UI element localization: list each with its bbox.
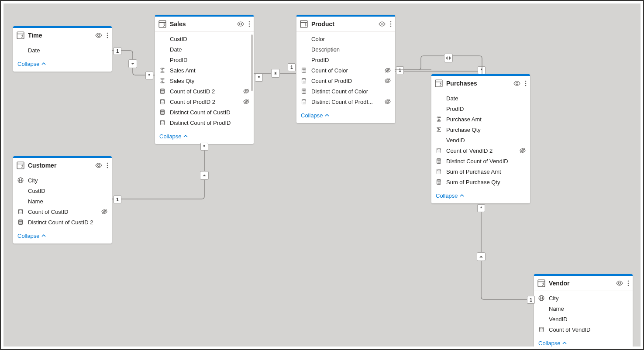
scrollbar[interactable] xyxy=(251,34,253,91)
collapse-button[interactable]: Collapse xyxy=(13,57,112,72)
filter-direction-icon[interactable] xyxy=(271,69,280,78)
field-row[interactable]: Name xyxy=(13,196,112,206)
field-row[interactable]: Count of VendID xyxy=(534,324,633,335)
field-row[interactable]: Date xyxy=(155,44,254,55)
eye-icon[interactable] xyxy=(95,32,102,39)
collapse-button[interactable]: Collapse xyxy=(155,130,254,144)
svg-point-15 xyxy=(162,91,162,92)
diagram-frame: Time Date Collapse xyxy=(0,0,644,350)
table-body: Date xyxy=(13,43,112,57)
field-row[interactable]: Distinct Count of CustID 2 xyxy=(13,217,112,227)
field-row[interactable]: Color xyxy=(296,34,395,44)
collapse-button[interactable]: Collapse xyxy=(13,229,112,244)
svg-point-141 xyxy=(438,162,439,163)
eye-icon[interactable] xyxy=(379,21,386,27)
table-vendor[interactable]: Vendor City Name VendID Count of VendID … xyxy=(534,274,633,347)
field-row[interactable]: Sum of Purchase Amt xyxy=(431,166,530,177)
more-icon[interactable] xyxy=(248,21,250,27)
field-row[interactable]: ProdID xyxy=(155,55,254,65)
collapse-button[interactable]: Collapse xyxy=(296,109,395,123)
field-row[interactable]: ProdID xyxy=(296,55,395,65)
collapse-button[interactable]: Collapse xyxy=(534,336,633,347)
field-row[interactable]: CustID xyxy=(155,34,254,44)
svg-point-157 xyxy=(438,183,439,184)
field-row[interactable]: Description xyxy=(296,44,395,55)
hidden-icon xyxy=(243,88,249,94)
svg-rect-112 xyxy=(19,220,22,222)
field-row[interactable]: Distinct Count of Color xyxy=(296,86,395,96)
field-row[interactable]: Name xyxy=(534,303,633,314)
table-icon xyxy=(17,161,24,169)
svg-point-36 xyxy=(163,112,163,113)
field-row[interactable]: ProdID xyxy=(431,103,530,114)
svg-point-175 xyxy=(542,331,542,331)
svg-rect-83 xyxy=(303,100,305,101)
table-purchases[interactable]: Purchases Date ProdID Purchase Amt Purch… xyxy=(431,74,530,203)
table-product[interactable]: Product Color Description ProdID Count o… xyxy=(296,15,395,123)
field-label: Date xyxy=(28,47,107,54)
field-row[interactable]: VendID xyxy=(431,135,530,145)
table-time[interactable]: Time Date Collapse xyxy=(13,26,112,72)
more-icon[interactable] xyxy=(107,162,108,169)
svg-point-155 xyxy=(439,182,440,182)
table-customer[interactable]: Customer City CustID Name Count of CustI… xyxy=(13,156,112,244)
field-label: Sales Qty xyxy=(170,78,249,84)
calculator-icon xyxy=(159,120,165,126)
table-header: Product xyxy=(296,17,395,32)
field-row[interactable]: Purchase Amt xyxy=(431,114,530,124)
table-sales[interactable]: Sales CustID Date ProdID Sales Amt Sales… xyxy=(155,15,254,144)
field-row[interactable]: Sum of Purchase Qty xyxy=(431,177,530,187)
more-icon[interactable] xyxy=(107,32,108,39)
hidden-icon xyxy=(385,78,391,84)
field-row[interactable]: City xyxy=(534,293,633,303)
svg-point-124 xyxy=(525,85,527,86)
filter-bidirectional-icon[interactable] xyxy=(444,54,453,62)
field-row[interactable]: Sales Qty xyxy=(155,75,254,86)
more-icon[interactable] xyxy=(627,280,629,287)
field-label: Sum of Purchase Amt xyxy=(446,168,526,175)
field-row[interactable]: Count of Color xyxy=(296,65,395,75)
eye-icon[interactable] xyxy=(513,80,520,87)
diagram-canvas[interactable]: Time Date Collapse xyxy=(3,3,641,347)
field-label: Distinct Count of VendID xyxy=(446,158,526,165)
field-row[interactable]: Count of VendID 2 xyxy=(431,145,530,156)
svg-point-78 xyxy=(304,91,305,92)
eye-icon[interactable] xyxy=(95,162,102,169)
sigma-icon xyxy=(436,116,442,122)
filter-direction-icon[interactable] xyxy=(477,252,486,261)
collapse-button[interactable]: Collapse xyxy=(431,189,530,203)
filter-direction-icon[interactable] xyxy=(200,171,209,180)
field-label: Count of VendID xyxy=(549,326,628,333)
field-row[interactable]: Date xyxy=(13,45,112,55)
cardinality-many: * xyxy=(200,143,208,151)
svg-point-105 xyxy=(21,212,21,212)
more-icon[interactable] xyxy=(525,80,527,87)
field-row[interactable]: CustID xyxy=(13,185,112,196)
field-row[interactable]: Distinct Count of VendID xyxy=(431,156,530,166)
eye-icon[interactable] xyxy=(616,280,623,287)
svg-point-140 xyxy=(437,162,438,163)
filter-direction-icon[interactable] xyxy=(128,59,137,68)
field-row[interactable]: Count of ProdID xyxy=(296,75,395,86)
eye-icon[interactable] xyxy=(237,21,244,27)
field-row[interactable]: Distinct Count of ProdID xyxy=(155,117,254,128)
more-icon[interactable] xyxy=(390,21,392,27)
field-row[interactable]: Purchase Qty xyxy=(431,124,530,135)
field-row[interactable]: Sales Amt xyxy=(155,65,254,75)
field-row[interactable]: Date xyxy=(431,93,530,103)
field-row[interactable]: Distinct Count of ProdI... xyxy=(296,96,395,107)
field-row[interactable]: VendID xyxy=(534,314,633,324)
field-icon-none xyxy=(159,36,165,42)
sigma-icon xyxy=(159,78,165,84)
field-row[interactable]: Distinct Count of CustID xyxy=(155,107,254,117)
svg-point-123 xyxy=(525,83,527,84)
svg-point-3 xyxy=(107,33,108,34)
svg-point-173 xyxy=(540,331,541,331)
table-body: Date ProdID Purchase Amt Purchase Qty Ve… xyxy=(431,91,530,189)
svg-line-21 xyxy=(244,89,249,94)
table-title: Sales xyxy=(170,21,234,27)
field-row[interactable]: Count of ProdID 2 xyxy=(155,96,254,107)
field-row[interactable]: Count of CustID 2 xyxy=(155,86,254,96)
field-row[interactable]: City xyxy=(13,175,112,185)
field-row[interactable]: Count of CustID xyxy=(13,206,112,217)
